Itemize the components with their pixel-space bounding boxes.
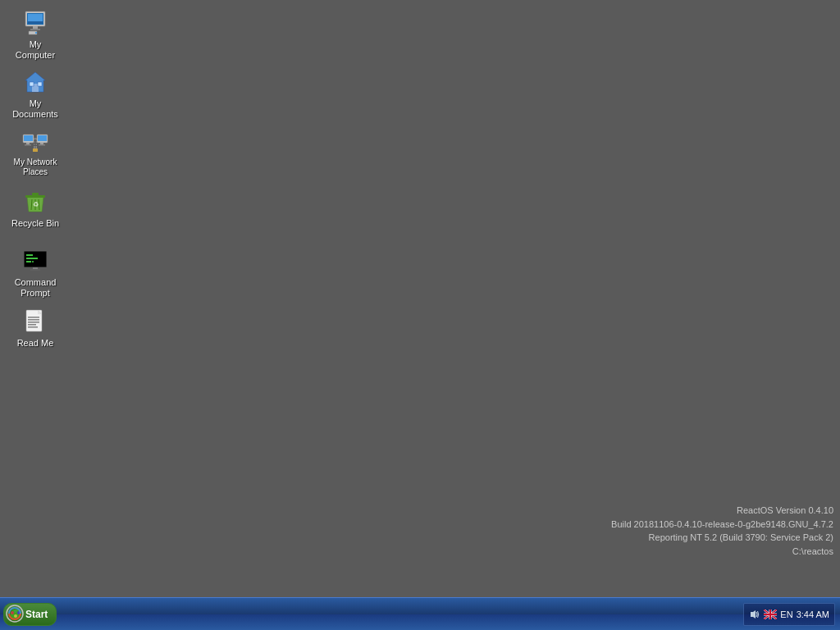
my-documents-image — [22, 69, 48, 95]
svg-rect-15 — [26, 143, 30, 144]
svg-rect-39 — [33, 267, 38, 269]
version-info: ReactOS Version 0.4.10 Build 20181106-0.… — [611, 504, 833, 558]
version-line3: Reporting NT 5.2 (Build 3790: Service Pa… — [611, 531, 833, 545]
desktop: My Computer My Documents — [0, 0, 840, 597]
recycle-bin-label: Recycle Bin — [11, 218, 59, 229]
svg-rect-7 — [35, 32, 37, 34]
taskbar-right: EN 3:44 AM — [743, 603, 840, 626]
svg-rect-27 — [25, 195, 45, 198]
my-computer-image — [22, 10, 48, 36]
version-line2: Build 20181106-0.4.10-release-0-g2be9148… — [611, 518, 833, 532]
svg-marker-54 — [751, 610, 756, 619]
taskbar: Start EN 3:44 AM — [0, 597, 840, 630]
recycle-bin-icon[interactable]: ♻ Recycle Bin — [7, 185, 64, 232]
svg-text:♻: ♻ — [33, 201, 39, 208]
svg-rect-36 — [26, 258, 38, 259]
read-me-label: Read Me — [17, 338, 54, 349]
svg-rect-37 — [26, 261, 31, 262]
my-documents-label: My Documents — [10, 98, 61, 120]
svg-rect-35 — [26, 254, 33, 256]
svg-rect-38 — [32, 261, 34, 262]
command-prompt-icon[interactable]: Command Prompt — [7, 244, 64, 302]
reactos-logo — [3, 604, 26, 623]
svg-rect-11 — [30, 82, 34, 86]
version-line1: ReactOS Version 0.4.10 — [611, 504, 833, 518]
svg-rect-19 — [40, 143, 43, 144]
my-computer-icon[interactable]: My Computer — [7, 7, 64, 64]
version-line4: C:\reactos — [611, 545, 833, 559]
svg-rect-40 — [30, 269, 40, 271]
my-network-places-label: My Network Places — [10, 158, 61, 177]
svg-rect-18 — [38, 135, 47, 141]
read-me-image — [22, 308, 48, 335]
svg-rect-3 — [28, 21, 43, 24]
svg-rect-44 — [28, 317, 39, 318]
my-documents-icon[interactable]: My Documents — [7, 66, 64, 123]
my-network-places-image — [22, 128, 48, 154]
start-label: Start — [25, 609, 48, 620]
my-computer-label: My Computer — [10, 39, 61, 61]
read-me-icon[interactable]: Read Me — [7, 305, 64, 352]
language-label: EN — [780, 609, 792, 619]
svg-rect-22 — [33, 148, 38, 152]
svg-rect-45 — [28, 319, 39, 321]
svg-rect-46 — [28, 322, 39, 323]
flag-icon — [764, 609, 777, 619]
svg-rect-16 — [25, 144, 31, 146]
command-prompt-image — [22, 248, 48, 274]
svg-rect-28 — [32, 193, 39, 195]
svg-rect-14 — [24, 135, 33, 141]
clock: 3:44 AM — [797, 609, 829, 619]
svg-rect-20 — [39, 144, 45, 146]
command-prompt-label: Command Prompt — [10, 277, 61, 299]
volume-icon — [749, 609, 760, 620]
svg-rect-5 — [30, 29, 40, 30]
svg-rect-47 — [28, 324, 36, 326]
svg-rect-12 — [38, 82, 42, 86]
my-network-places-icon[interactable]: My Network Places — [7, 125, 64, 180]
svg-rect-48 — [28, 326, 38, 328]
svg-rect-4 — [33, 26, 38, 29]
system-tray: EN 3:44 AM — [743, 603, 835, 626]
recycle-bin-image: ♻ — [22, 189, 48, 215]
